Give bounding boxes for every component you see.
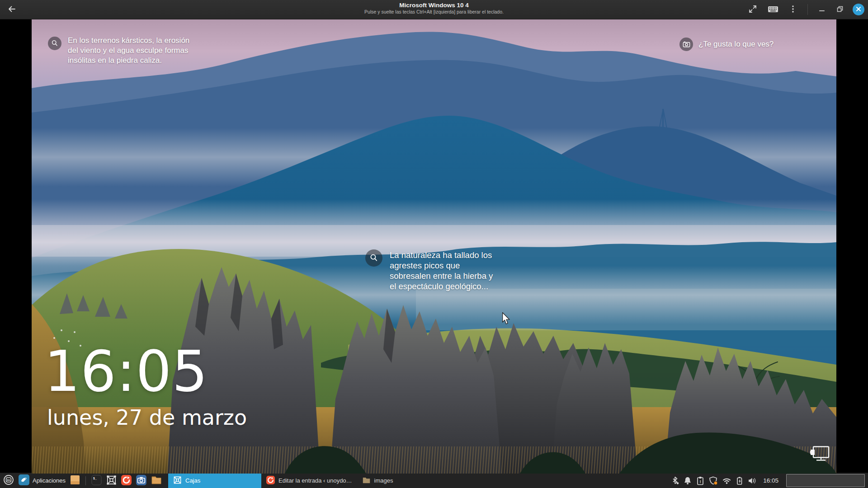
restore-button[interactable] bbox=[834, 3, 846, 16]
boxes-launcher[interactable] bbox=[104, 474, 119, 488]
notes-icon bbox=[70, 475, 80, 486]
task-browser-edit[interactable]: Editar la entrada ‹ unoydo… bbox=[261, 473, 357, 488]
terminal-launcher[interactable]: $_ bbox=[89, 474, 104, 488]
mint-menu-button[interactable]: lm bbox=[1, 474, 16, 488]
task-label: Editar la entrada ‹ unoydo… bbox=[278, 477, 352, 484]
minimize-icon bbox=[818, 5, 826, 14]
battery-icon[interactable] bbox=[736, 476, 743, 485]
applications-menu-label: Aplicaciones bbox=[33, 477, 66, 484]
hint-text: ¿Te gusta lo que ves? bbox=[698, 38, 774, 51]
vm-display-area: En los terrenos kársticos, la erosión de… bbox=[0, 19, 868, 473]
close-button[interactable] bbox=[853, 4, 864, 15]
task-label: Cajas bbox=[185, 477, 200, 484]
menu-kebab-icon bbox=[789, 5, 797, 15]
window-controls bbox=[746, 0, 864, 19]
clipboard-icon[interactable]: ! bbox=[696, 476, 704, 485]
magnifier-icon bbox=[365, 249, 382, 267]
volume-icon[interactable] bbox=[748, 477, 757, 485]
svg-text:!: ! bbox=[700, 479, 701, 484]
keyboard-icon bbox=[768, 5, 778, 15]
lockscreen-time: 16:05 bbox=[44, 343, 247, 400]
panel-separator bbox=[85, 476, 86, 485]
boxes-icon bbox=[173, 476, 182, 486]
notes-launcher[interactable] bbox=[68, 474, 82, 488]
controls-separator bbox=[807, 4, 808, 15]
screenshot-launcher[interactable] bbox=[134, 474, 149, 488]
lockscreen-clock: 16:05 lunes, 27 de marzo bbox=[44, 343, 247, 430]
magnifier-icon bbox=[48, 37, 61, 50]
window-titles: Microsoft Windows 10 4 Pulse y suelte la… bbox=[0, 1, 868, 15]
screenshot-icon bbox=[136, 475, 146, 487]
browser-launcher[interactable] bbox=[119, 474, 134, 488]
bluetooth-icon[interactable] bbox=[672, 476, 679, 485]
shield-icon[interactable] bbox=[709, 476, 718, 485]
menu-button[interactable] bbox=[787, 3, 799, 17]
browser-reload-icon bbox=[266, 476, 275, 486]
task-images[interactable]: images bbox=[357, 473, 398, 488]
wired-network-icon bbox=[810, 446, 830, 464]
terminal-icon: $_ bbox=[91, 475, 102, 487]
apps-menu-icon bbox=[19, 474, 29, 487]
minimize-button[interactable] bbox=[816, 4, 827, 16]
screen: Microsoft Windows 10 4 Pulse y suelte la… bbox=[0, 0, 868, 488]
lockscreen-hint-top-left: En los terrenos kársticos, la erosión de… bbox=[48, 37, 197, 66]
mouse-cursor bbox=[501, 312, 511, 327]
fullscreen-button[interactable] bbox=[746, 3, 759, 17]
notifications-icon[interactable] bbox=[684, 476, 692, 485]
back-arrow-icon bbox=[7, 5, 17, 15]
lockscreen-date: lunes, 27 de marzo bbox=[47, 405, 247, 430]
camera-icon bbox=[679, 38, 693, 51]
task-label: images bbox=[374, 477, 393, 484]
folder-icon bbox=[362, 476, 371, 485]
lockscreen-hint-middle: La naturaleza ha tallado los agrestes pi… bbox=[365, 249, 510, 291]
svg-text:$_: $_ bbox=[93, 477, 97, 480]
window-subtitle: Pulse y suelte las teclas Ctrl+Alt [izqu… bbox=[0, 9, 868, 15]
hint-text: En los terrenos kársticos, la erosión de… bbox=[68, 36, 191, 66]
hint-text: La naturaleza ha tallado los agrestes pi… bbox=[390, 250, 499, 291]
wifi-icon[interactable] bbox=[722, 477, 731, 484]
host-taskbar: lm Aplicaciones $_ bbox=[0, 473, 868, 488]
file-manager-icon bbox=[151, 475, 162, 486]
window-title: Microsoft Windows 10 4 bbox=[0, 1, 868, 9]
file-manager-launcher[interactable] bbox=[149, 474, 164, 488]
fullscreen-icon bbox=[748, 5, 757, 15]
svg-text:lm: lm bbox=[7, 479, 10, 482]
workspace-switcher[interactable] bbox=[786, 474, 865, 487]
restore-icon bbox=[836, 5, 844, 14]
mint-logo-icon: lm bbox=[3, 474, 14, 487]
boxes-icon bbox=[106, 475, 117, 487]
lockscreen-hint-top-right[interactable]: ¿Te gusta lo que ves? bbox=[679, 38, 774, 51]
vm-window-headerbar: Microsoft Windows 10 4 Pulse y suelte la… bbox=[0, 0, 868, 19]
taskbar-clock: 16:05 bbox=[763, 477, 778, 484]
windows-lock-screen[interactable]: En los terrenos kársticos, la erosión de… bbox=[32, 19, 836, 474]
back-button[interactable] bbox=[5, 3, 19, 16]
keyboard-button[interactable] bbox=[766, 3, 780, 17]
close-icon bbox=[856, 6, 861, 13]
applications-menu-button[interactable]: Aplicaciones bbox=[16, 474, 68, 488]
browser-reload-icon bbox=[121, 475, 132, 487]
system-tray: ! 16:05 bbox=[672, 474, 865, 487]
task-cajas[interactable]: Cajas bbox=[168, 473, 261, 488]
